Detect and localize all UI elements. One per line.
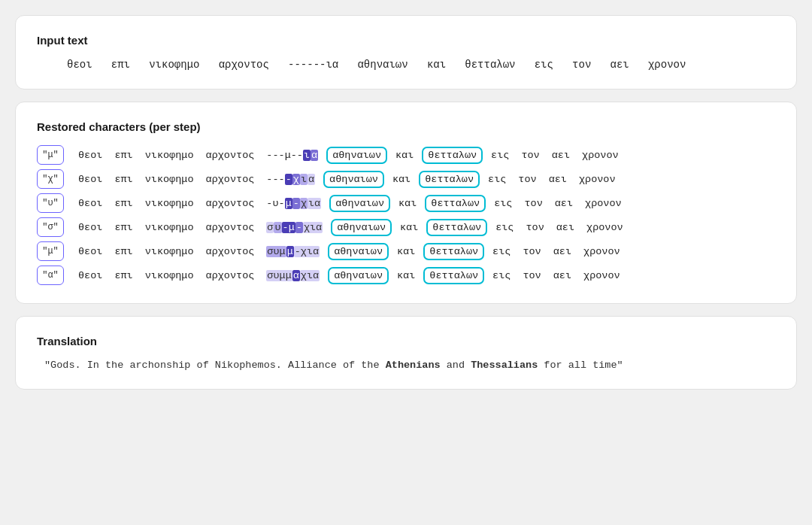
step-badge-4: "σ" (37, 217, 64, 237)
step-row-1: "μ" θεοι επι νικοφημο αρχοντος ---μ--ια … (37, 145, 775, 165)
step-row-4: "σ" θεοι επι νικοφημο αρχοντος συ-μ-χια … (37, 217, 775, 237)
teal-highlight-thessalians-3: θετταλων (425, 195, 486, 212)
step-row-5: "μ" θεοι επι νικοφημο αρχοντος συμμ-χια … (37, 241, 775, 261)
translation-title: Translation (37, 335, 775, 347)
step-badge-6: "α" (37, 266, 64, 285)
teal-highlight-athenians-4: αθηναιων (331, 219, 392, 236)
step-row-6: "α" θεοι επι νικοφημο αρχοντος συμμαχια … (37, 266, 775, 285)
teal-highlight-athenians-6: αθηναιων (328, 267, 389, 284)
teal-highlight-thessalians-1: θετταλων (422, 147, 483, 164)
teal-highlight-thessalians-2: θετταλων (419, 171, 480, 188)
teal-highlight-thessalians-4: θετταλων (426, 219, 487, 236)
restored-title: Restored characters (per step) (37, 120, 775, 133)
step-badge-2: "χ" (37, 169, 64, 189)
step-text-5: θεοι επι νικοφημο αρχοντος συμμ-χια αθην… (74, 243, 629, 260)
teal-highlight-thessalians-5: θετταλων (423, 243, 484, 260)
teal-highlight-athenians-1: αθηναιων (326, 147, 387, 164)
restored-characters-card: Restored characters (per step) "μ" θεοι … (15, 102, 797, 304)
step-badge-3: "υ" (37, 193, 64, 213)
teal-highlight-athenians-3: αθηναιων (329, 195, 390, 212)
step-badge-5: "μ" (37, 241, 64, 261)
teal-highlight-thessalians-6: θετταλων (423, 267, 484, 284)
step-text-6: θεοι επι νικοφημο αρχοντος συμμαχια αθην… (74, 267, 629, 284)
input-text-title: Input text (37, 34, 775, 47)
input-text-card: Input text θεοι επι νικοφημο αρχοντος --… (15, 15, 797, 90)
step-text-2: θεοι επι νικοφημο αρχοντος ----χια αθηνα… (74, 171, 624, 188)
restored-grid: "μ" θεοι επι νικοφημο αρχοντος ---μ--ια … (37, 145, 775, 285)
step-row-2: "χ" θεοι επι νικοφημο αρχοντος ----χια α… (37, 169, 775, 189)
translation-text: "Gods. In the archonship of Nikophemos. … (37, 360, 775, 371)
teal-highlight-athenians-5: αθηναιων (328, 243, 389, 260)
step-badge-1: "μ" (37, 145, 64, 165)
step-row-3: "υ" θεοι επι νικοφημο αρχοντος -υ-μ-χια … (37, 193, 775, 213)
input-text-content: θεοι επι νικοφημο αρχοντος ------ια αθην… (37, 59, 775, 71)
translation-card: Translation "Gods. In the archonship of … (15, 316, 797, 390)
teal-highlight-athenians-2: αθηναιων (323, 171, 384, 188)
step-text-1: θεοι επι νικοφημο αρχοντος ---μ--ια αθην… (74, 147, 627, 164)
step-text-3: θεοι επι νικοφημο αρχοντος -υ-μ-χια αθην… (74, 195, 630, 212)
step-text-4: θεοι επι νικοφημο αρχοντος συ-μ-χια αθην… (74, 219, 632, 236)
